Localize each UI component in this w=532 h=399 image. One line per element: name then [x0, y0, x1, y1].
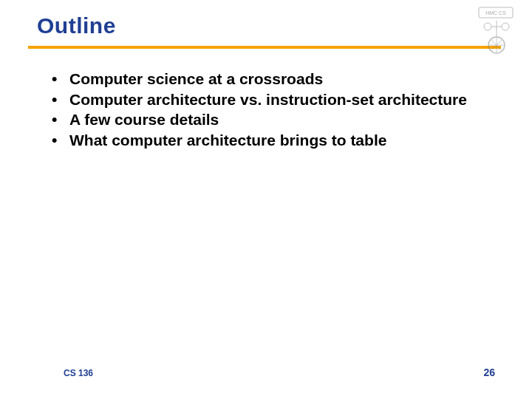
- list-item: Computer architecture vs. instruction-se…: [52, 90, 488, 109]
- footer-course: CS 136: [64, 368, 93, 378]
- slide-title: Outline: [37, 13, 532, 38]
- footer-page-number: 26: [483, 366, 495, 378]
- slide-content: Computer science at a crossroads Compute…: [0, 49, 532, 149]
- svg-point-3: [502, 23, 509, 30]
- list-item: Computer science at a crossroads: [52, 69, 488, 89]
- slide-footer: CS 136 26: [0, 366, 532, 378]
- list-item: What computer architecture brings to tab…: [52, 131, 488, 150]
- svg-text:HMC CS: HMC CS: [485, 10, 506, 16]
- logo-icon: HMC CS: [474, 4, 519, 56]
- list-item: A few course details: [52, 110, 488, 129]
- slide-header: Outline HMC CS: [0, 0, 532, 38]
- svg-point-2: [484, 23, 491, 30]
- slide: Outline HMC CS Computer science at a cro…: [0, 0, 532, 399]
- bullet-list: Computer science at a crossroads Compute…: [52, 69, 488, 149]
